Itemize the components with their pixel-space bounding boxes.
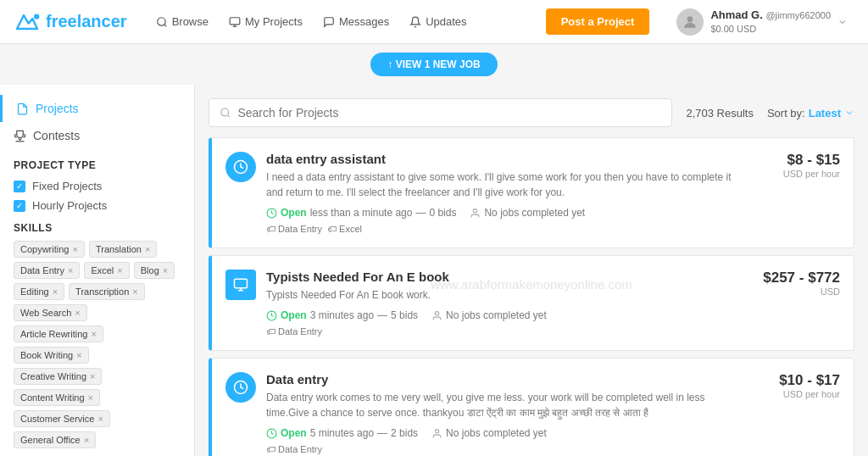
trophy-icon <box>14 130 26 142</box>
projects-list: data entry assistant I need a data entry… <box>209 137 854 456</box>
open-badge: Open <box>281 427 307 439</box>
price-range: $257 - $772 <box>755 270 840 286</box>
svg-point-1 <box>34 14 39 19</box>
project-title: data entry assistant <box>266 152 745 166</box>
project-price: $257 - $772 USD <box>755 270 840 297</box>
main-content: 2,703 Results Sort by: Latest www.arabfo… <box>195 85 868 456</box>
project-type-icon <box>225 152 256 182</box>
fixed-projects-filter[interactable]: ✓ Fixed Projects <box>0 176 194 196</box>
project-tag[interactable]: 🏷 Data Entry <box>266 444 322 454</box>
open-badge: Open <box>281 207 307 219</box>
clock-icon <box>266 310 277 321</box>
project-meta: Open 3 minutes ago — 5 bids No jobs comp… <box>266 309 745 321</box>
contests-label: Contests <box>33 129 80 142</box>
hourly-checkbox[interactable]: ✓ <box>14 200 25 212</box>
search-bar[interactable] <box>209 98 672 127</box>
skill-tag[interactable]: General Office × <box>14 431 96 448</box>
hourly-projects-filter[interactable]: ✓ Hourly Projects <box>0 196 194 215</box>
clock-icon <box>266 208 277 219</box>
skill-tag[interactable]: Content Writing × <box>14 389 100 406</box>
skill-tag[interactable]: Copywriting × <box>14 241 85 258</box>
bid-count: 0 bids <box>429 207 456 219</box>
updates-link[interactable]: Updates <box>401 10 475 33</box>
skill-tag[interactable]: Creative Writing × <box>14 368 102 385</box>
search-row: 2,703 Results Sort by: Latest <box>209 98 854 127</box>
user-icon <box>431 428 442 439</box>
project-desc: Data entry work comes to me very well, y… <box>266 390 745 420</box>
search-input[interactable] <box>237 106 661 120</box>
logo-icon <box>14 8 41 36</box>
time-ago: less than a minute ago <box>310 207 413 219</box>
monitor-icon <box>229 16 241 28</box>
skill-tag[interactable]: Editing × <box>14 283 64 300</box>
project-card[interactable]: data entry assistant I need a data entry… <box>209 137 854 248</box>
skill-tag[interactable]: Transcription × <box>69 283 145 300</box>
project-meta: Open less than a minute ago — 0 bids No … <box>266 207 745 219</box>
project-tag[interactable]: 🏷 Excel <box>327 224 362 234</box>
project-desc: I need a data entry assistant to give so… <box>266 170 745 200</box>
time-ago: 5 minutes ago <box>310 427 374 439</box>
chevron-down-icon <box>837 17 848 27</box>
skill-tag[interactable]: Translation × <box>89 241 157 258</box>
nav-links: Browse My Projects Messages Updates <box>147 10 476 33</box>
results-count: 2,703 Results <box>686 107 754 120</box>
project-card[interactable]: Data entry Data entry work comes to me v… <box>209 358 854 456</box>
price-label: USD per hour <box>755 389 840 399</box>
svg-point-7 <box>687 16 693 22</box>
svg-rect-4 <box>230 17 240 24</box>
project-tag[interactable]: 🏷 Data Entry <box>266 326 322 336</box>
navbar: freelancer Browse My Projects Messages U… <box>0 0 868 44</box>
svg-line-9 <box>227 115 229 117</box>
search-icon <box>156 16 168 28</box>
skill-tag[interactable]: Article Rewriting × <box>14 325 103 342</box>
fixed-checkbox[interactable]: ✓ <box>14 181 25 192</box>
skill-tag[interactable]: Customer Service × <box>14 410 110 427</box>
skill-tag[interactable]: Blog × <box>134 262 175 279</box>
skill-tag[interactable]: Book Writing × <box>14 347 89 364</box>
skills-tags: Copywriting ×Translation ×Data Entry ×Ex… <box>14 241 181 448</box>
project-body: Typists Needed For An E book Typists Nee… <box>266 270 745 336</box>
open-badge: Open <box>281 309 307 321</box>
project-price: $8 - $15 USD per hour <box>755 152 840 179</box>
project-tag[interactable]: 🏷 Data Entry <box>266 224 322 234</box>
sidebar-item-contests[interactable]: Contests <box>0 122 194 149</box>
logo-text: freelancer <box>46 12 127 31</box>
skill-tag[interactable]: Data Entry × <box>14 262 80 279</box>
jobs-completed: No jobs completed yet <box>431 309 547 321</box>
svg-point-20 <box>435 429 438 432</box>
sort-value[interactable]: Latest <box>809 107 841 120</box>
project-type-icon <box>225 270 256 300</box>
bid-count: 5 bids <box>391 309 418 321</box>
price-label: USD per hour <box>755 169 840 179</box>
sidebar-item-projects[interactable]: Projects <box>0 95 194 122</box>
sort-chevron-icon <box>844 108 854 118</box>
project-card[interactable]: Typists Needed For An E book Typists Nee… <box>209 255 854 351</box>
project-body: Data entry Data entry work comes to me v… <box>266 372 745 454</box>
user-icon <box>431 310 442 321</box>
project-type-title: Project Type <box>0 149 194 176</box>
post-project-button[interactable]: Post a Project <box>546 8 650 35</box>
view-new-job-button[interactable]: ↑ VIEW 1 NEW JOB <box>370 53 497 76</box>
svg-point-12 <box>474 209 477 212</box>
skill-tag[interactable]: Excel × <box>84 262 129 279</box>
project-desc: Typists Needed For An E book work. <box>266 287 745 303</box>
user-info: Ahmad G. @jimmy662000 $0.00 USD <box>710 8 831 35</box>
messages-link[interactable]: Messages <box>314 10 398 33</box>
logo[interactable]: freelancer <box>14 8 127 36</box>
user-icon <box>470 208 481 219</box>
projects-label: Projects <box>36 102 79 115</box>
user-menu[interactable]: Ahmad G. @jimmy662000 $0.00 USD <box>670 5 854 39</box>
project-body: data entry assistant I need a data entry… <box>266 152 745 234</box>
project-price: $10 - $17 USD per hour <box>755 372 840 399</box>
project-status: Open 5 minutes ago — 2 bids <box>266 427 418 439</box>
browse-label: Browse <box>172 15 209 28</box>
skill-tag[interactable]: Web Search × <box>14 304 87 321</box>
myprojects-link[interactable]: My Projects <box>220 10 311 33</box>
project-tags: 🏷 Data Entry🏷 Excel <box>266 224 745 234</box>
browse-link[interactable]: Browse <box>147 10 217 33</box>
price-range: $8 - $15 <box>755 152 840 169</box>
clock-icon <box>266 428 277 439</box>
skills-title: Skills <box>14 222 181 234</box>
chat-icon <box>323 16 335 28</box>
skills-section: Skills Copywriting ×Translation ×Data En… <box>0 215 194 455</box>
